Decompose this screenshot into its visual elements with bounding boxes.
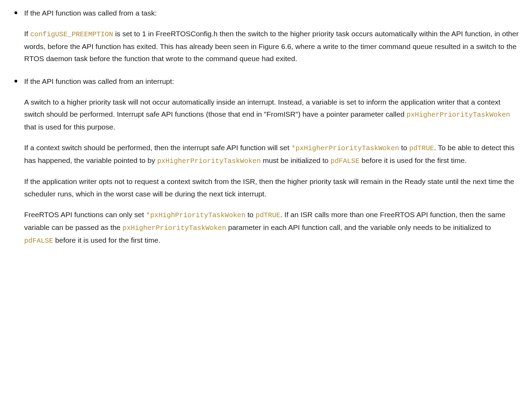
inline-code: pxHigherPriorityTaskWoken	[157, 157, 261, 165]
inline-code: pxHigherPriorityTaskWoken	[406, 111, 510, 119]
text-span: to	[399, 144, 409, 152]
text-span: If	[24, 30, 30, 38]
inline-code: pdFALSE	[330, 157, 359, 165]
paragraph: If a context switch should be performed,…	[24, 142, 522, 167]
inline-code: pdTRUE	[255, 211, 280, 219]
text-span: to	[245, 211, 255, 219]
inline-code: configUSE_PREEMPTION	[30, 30, 113, 38]
text-span: If a context switch should be performed,…	[24, 144, 291, 152]
text-span: parameter in each API function call, and…	[226, 223, 491, 231]
text-span: that is used for this purpose.	[24, 123, 115, 131]
bullet-list: If the API function was called from a ta…	[7, 7, 522, 247]
inline-code: pxHigherPriorityTaskWoken	[123, 224, 226, 232]
paragraph: FreeRTOS API functions can only set *pxH…	[24, 209, 522, 247]
bullet-header: If the API function was called from an i…	[24, 75, 522, 88]
inline-code: pdTRUE	[409, 144, 434, 152]
text-span: FreeRTOS API functions can only set	[24, 211, 146, 219]
text-span: before it is used for the first time.	[359, 156, 466, 164]
text-span: before it is used for the first time.	[53, 236, 160, 244]
bullet-item: If the API function was called from a ta…	[7, 7, 522, 65]
inline-code: pdFALSE	[24, 237, 53, 245]
bullet-header: If the API function was called from a ta…	[24, 7, 522, 19]
text-span: If the application writer opts not to re…	[24, 177, 514, 198]
inline-code: *pxHigherPriorityTaskWoken	[291, 144, 399, 152]
paragraph: If the application writer opts not to re…	[24, 175, 522, 200]
paragraph: A switch to a higher priority task will …	[24, 96, 522, 133]
text-span: must be initialized to	[261, 156, 330, 164]
inline-code: *pxHighPriorityTaskWoken	[146, 211, 245, 219]
bullet-item: If the API function was called from an i…	[7, 75, 522, 246]
paragraph: If configUSE_PREEMPTION is set to 1 in F…	[24, 28, 522, 65]
